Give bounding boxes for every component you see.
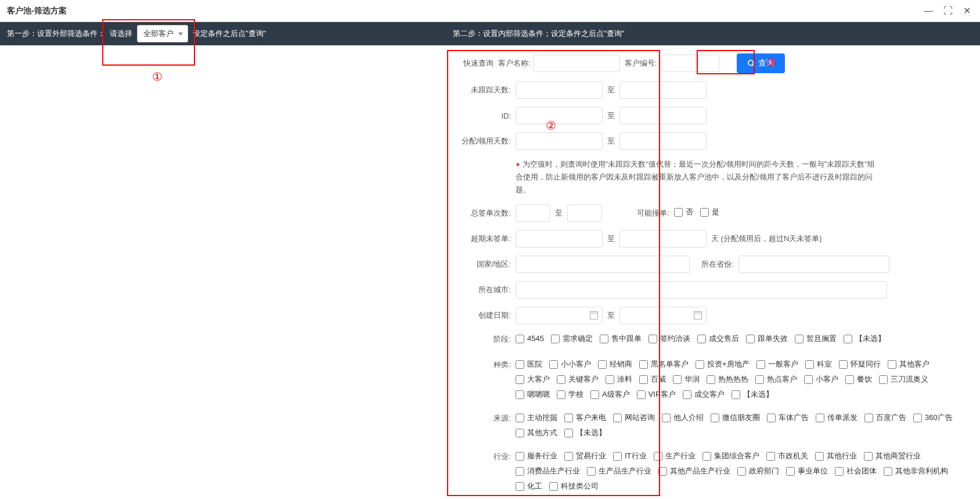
untracked-days-label: 未跟踪天数: [453,85,511,95]
stage-option-3[interactable]: 签约洽谈 [648,332,690,345]
industry-option-6[interactable]: 其他行业 [815,450,857,462]
category-option-23[interactable]: 成交客户 [683,388,725,401]
stage-option-7[interactable]: 【未选】 [844,332,885,345]
to-label-2: 至 [607,110,615,121]
source-option-10[interactable]: 【未选】 [564,426,606,439]
source-option-8[interactable]: 360广告 [913,411,953,424]
category-option-6[interactable]: 科室 [805,358,832,371]
source-option-6[interactable]: 传单派发 [816,411,858,424]
category-option-22[interactable]: VIP客户 [637,388,676,401]
category-option-16[interactable]: 小客户 [804,373,838,386]
province-input[interactable] [738,256,889,273]
stage-option-0[interactable]: 4545 [516,332,544,345]
category-option-2[interactable]: 经销商 [598,358,632,371]
industry-option-13[interactable]: 社会团体 [835,465,877,478]
source-option-4[interactable]: 微信朋友圈 [711,411,760,424]
stage-option-6[interactable]: 暂且搁置 [795,332,837,345]
source-option-2[interactable]: 网站咨询 [613,411,655,424]
category-option-0[interactable]: 医院 [516,358,542,371]
province-label: 所在省份: [701,259,734,270]
overdue-to[interactable] [619,230,707,247]
id-to[interactable] [619,107,707,124]
industry-option-12[interactable]: 事业单位 [786,465,828,478]
customer-code-input[interactable] [661,55,719,72]
industry-option-1[interactable]: 贸易行业 [564,450,606,462]
create-date-to[interactable] [619,307,707,324]
stage-option-5[interactable]: 跟单失效 [746,332,788,345]
steps-bar: 第一步：设置外部筛选条件： 请选择 全部客户 设定条件之后点"查询" 第二步：设… [0,22,980,45]
untracked-days-row: 未跟踪天数: 至 [453,81,974,99]
category-option-9[interactable]: 大客户 [516,373,550,386]
customer-name-input[interactable] [533,55,620,72]
category-option-10[interactable]: 关键客户 [557,373,599,386]
category-option-11[interactable]: 涂料 [606,373,632,386]
create-date-from[interactable] [516,307,603,324]
source-option-9[interactable]: 其他方式 [516,426,557,439]
overdue-from[interactable] [516,230,603,247]
step1-select[interactable]: 全部客户 [137,25,188,42]
industry-label: 行业: [453,450,511,462]
category-option-17[interactable]: 餐饮 [845,373,872,386]
search-button[interactable]: 查询 [737,53,785,73]
industry-option-3[interactable]: 生产行业 [654,450,696,462]
source-option-3[interactable]: 他人介绍 [662,411,704,424]
category-option-1[interactable]: 小小客户 [549,358,591,371]
total-sign-label: 总签单次数: [453,208,511,218]
industry-option-16[interactable]: 科技类公司 [549,480,599,493]
category-option-5[interactable]: 一般客户 [756,358,798,371]
stage-label: 阶段: [453,332,511,344]
source-option-5[interactable]: 车体广告 [767,411,809,424]
total-sign-to[interactable] [567,204,602,222]
industry-option-4[interactable]: 集团综合客户 [702,450,759,462]
industry-option-15[interactable]: 化工 [516,480,542,493]
to-label-3: 至 [607,136,615,146]
untracked-days-from[interactable] [516,81,603,99]
industry-option-2[interactable]: IT行业 [613,450,647,462]
source-option-0[interactable]: 主动挖掘 [516,411,557,424]
title-bar: 客户池-筛选方案 — ⛶ ✕ [0,0,980,22]
country-input[interactable] [516,256,690,273]
category-option-19[interactable]: 嗯嗯嗯 [516,388,550,401]
city-input[interactable] [516,281,887,299]
assign-days-from[interactable] [516,132,603,150]
untracked-days-to[interactable] [619,81,707,99]
category-option-18[interactable]: 三刀流奥义 [879,373,928,386]
industry-option-8[interactable]: 消费品生产行业 [516,465,580,478]
category-option-15[interactable]: 热点客户 [755,373,797,386]
industry-option-10[interactable]: 其他产品生产行业 [658,465,730,478]
category-option-12[interactable]: 百威 [639,373,666,386]
city-label: 所在城市: [453,285,511,295]
assign-days-to[interactable] [619,132,707,150]
category-option-7[interactable]: 怀疑同行 [839,358,881,371]
category-option-8[interactable]: 其他客户 [888,358,929,371]
category-option-20[interactable]: 学校 [557,388,583,401]
category-option-4[interactable]: 投资+房地产 [696,358,750,371]
industry-option-9[interactable]: 生产品生产行业 [587,465,651,478]
industry-option-7[interactable]: 其他商贸行业 [864,450,921,462]
crash-yes[interactable]: 是 [700,207,719,217]
industry-option-11[interactable]: 政府部门 [737,465,779,478]
stage-option-2[interactable]: 售中跟单 [600,332,642,345]
info-content: 为空值时，则查询时使用"未跟踪天数"值代替；最近一次分配/领用时间的距今天数，一… [516,160,875,194]
stage-option-1[interactable]: 需求确定 [551,332,593,345]
category-option-14[interactable]: 热热热热 [707,373,748,386]
total-sign-from[interactable] [516,204,550,222]
category-option-21[interactable]: A级客户 [590,388,630,401]
crash-no[interactable]: 否 [674,207,693,217]
industry-option-5[interactable]: 市政机关 [766,450,808,462]
id-from[interactable] [516,107,603,124]
category-option-13[interactable]: 华润 [673,373,700,386]
industry-option-14[interactable]: 其他非营利机构 [884,465,948,478]
country-label: 国家/地区: [453,259,511,270]
maximize-button[interactable]: ⛶ [941,5,955,17]
category-option-24[interactable]: 【未选】 [732,388,773,401]
industry-option-0[interactable]: 服务行业 [516,450,557,462]
source-option-7[interactable]: 百度广告 [864,411,906,424]
source-option-1[interactable]: 客户来电 [564,411,606,424]
close-button[interactable]: ✕ [961,4,973,17]
stage-option-4[interactable]: 成交售后 [697,332,739,345]
category-option-3[interactable]: 黑名单客户 [639,358,689,371]
quick-search-row: 快速查询 客户名称: 客户编号: 查询 [453,53,974,73]
minimize-button[interactable]: — [921,5,935,17]
left-column [0,45,447,499]
